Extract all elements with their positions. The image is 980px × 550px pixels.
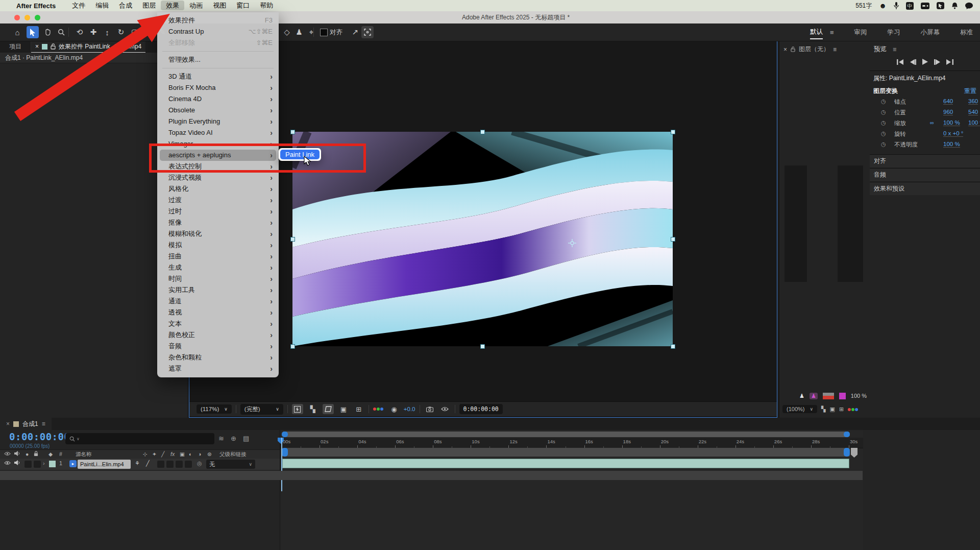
selection-handle[interactable] (290, 237, 295, 242)
tool-icon-1[interactable]: ✚ (87, 26, 100, 38)
collapsed-panel-音频[interactable]: 音频 (870, 168, 980, 181)
layer-opacity-value[interactable]: 100 % (851, 393, 867, 399)
selection-handle[interactable] (290, 344, 295, 349)
smiley-icon[interactable]: ☻ (879, 2, 887, 10)
layer-name[interactable]: PaintLi...Elin.mp4 (78, 460, 131, 469)
selection-tool-icon[interactable] (27, 26, 39, 38)
magnification-dropdown[interactable]: (117%) ∨ (197, 404, 232, 414)
navigator-end-handle[interactable] (844, 432, 850, 437)
shy-switch-icon[interactable]: ⊹ (143, 451, 148, 457)
fill-swatch-icon[interactable] (317, 26, 330, 38)
workspace-tab-标准[interactable]: 标准 (960, 26, 973, 39)
screen-share-icon[interactable] (937, 2, 944, 9)
solo-column-icon[interactable]: ● (26, 451, 29, 457)
panel-menu-icon[interactable]: ≡ (833, 46, 837, 53)
mask-visibility-icon[interactable] (323, 404, 334, 414)
menu-item-效果控件[interactable]: ✓效果控件F3 (160, 15, 276, 26)
workspace-menu-icon[interactable]: ≡ (830, 29, 834, 36)
macos-menu-动画[interactable]: 动画 (184, 1, 208, 10)
quality-switch-icon[interactable]: ╱ (161, 451, 164, 457)
menu-item-manage-effects[interactable]: 管理效果... (160, 54, 276, 65)
quality-slash-icon[interactable]: ╱ (146, 460, 150, 467)
channel-icon[interactable] (848, 406, 859, 412)
menu-category-文本[interactable]: 文本› (160, 318, 276, 329)
lock-column-icon[interactable] (34, 451, 38, 458)
lock-toggle[interactable] (34, 461, 41, 468)
stopwatch-icon[interactable]: ◷ (881, 130, 886, 137)
selection-handle[interactable] (671, 344, 675, 349)
menu-item-全部移除[interactable]: 全部移除⇧⌘E (160, 37, 276, 49)
audio-column-icon[interactable] (14, 451, 20, 457)
menu-category-抠像[interactable]: 抠像› (160, 217, 276, 228)
work-area-end-handle[interactable] (844, 448, 850, 457)
hand-tool-icon[interactable] (42, 26, 54, 38)
menu-category-过渡[interactable]: 过渡› (160, 195, 276, 206)
navigator-start-handle[interactable] (282, 432, 288, 437)
quality-toggle-icon[interactable]: ⚘ (135, 460, 140, 467)
tab-effect-controls[interactable]: × 效果控件 PaintLink_AElin.mp4 (31, 41, 145, 53)
input-zh-icon[interactable]: 中 (906, 2, 914, 10)
time-ruler[interactable]: 00s02s04s06s08s10s12s14s16s18s20s22s24s2… (280, 438, 863, 448)
frame-blend-icon[interactable]: ▤ (243, 435, 249, 442)
prev-frame-button[interactable] (910, 59, 916, 65)
solo-toggle[interactable] (24, 461, 32, 468)
motion-blur-switch-icon[interactable]: ◐ (189, 451, 192, 457)
snap-icon[interactable]: ↗ (349, 26, 361, 38)
menu-category-Boris FX Mocha[interactable]: Boris FX Mocha› (160, 82, 276, 93)
go-to-start-button[interactable] (897, 59, 904, 65)
fx-switch-icon[interactable]: fx (170, 451, 175, 457)
home-icon[interactable]: ⌂ (11, 26, 23, 38)
pickwhip-icon[interactable]: ◎ (197, 460, 202, 467)
snapshot-camera-icon[interactable] (424, 404, 435, 414)
preview-panel-title[interactable]: 预览 (874, 45, 887, 54)
collapsed-panel-效果和预设[interactable]: 效果和预设 (870, 182, 980, 195)
macos-menu-窗口[interactable]: 窗口 (231, 1, 255, 10)
bounding-box-icon[interactable] (361, 26, 374, 38)
property-value-2[interactable]: 100 % (968, 119, 980, 126)
current-timecode[interactable]: 0:00:00:00 (9, 431, 70, 442)
close-tab-icon[interactable]: × (35, 43, 39, 50)
stopwatch-icon[interactable]: ◷ (881, 98, 886, 105)
channel-icon[interactable] (373, 404, 384, 414)
fast-previews-icon[interactable] (292, 404, 303, 414)
tool-icon-right-0[interactable]: ◇ (281, 26, 293, 38)
menu-category-杂色和颗粒[interactable]: 杂色和颗粒› (160, 352, 276, 363)
source-name-column[interactable]: 源名称 (76, 451, 92, 458)
alpha-boundary-swatch[interactable] (823, 393, 834, 399)
menu-category-风格化[interactable]: 风格化› (160, 183, 276, 195)
selection-handle[interactable] (480, 130, 485, 134)
macos-menu-视图[interactable]: 视图 (208, 1, 231, 10)
label-column-icon[interactable]: ◆ (48, 451, 53, 457)
workspace-tab-小屏幕[interactable]: 小屏幕 (921, 26, 940, 39)
next-frame-button[interactable] (934, 59, 940, 65)
go-to-end-button[interactable] (946, 59, 953, 65)
region-icon[interactable]: ⊞ (839, 406, 844, 413)
shy-layers-icon[interactable]: ⊕ (231, 435, 236, 442)
tool-icon-0[interactable]: ⟲ (74, 26, 86, 38)
property-value[interactable]: 0 x +0 ° (943, 130, 963, 137)
microphone-icon[interactable] (894, 2, 899, 10)
work-area-grip[interactable] (851, 448, 857, 458)
property-value[interactable]: 100 % (943, 141, 960, 148)
wallet-icon[interactable] (921, 3, 929, 9)
workspace-tab-学习[interactable]: 学习 (888, 26, 900, 39)
magenta-swatch[interactable] (839, 393, 846, 399)
link-chain-icon[interactable]: ∞ (930, 119, 934, 126)
menu-category-颜色校正[interactable]: 颜色校正› (160, 329, 276, 341)
app-menu-title[interactable]: After Effects (16, 2, 56, 10)
guides-icon[interactable]: ▣ (338, 404, 349, 414)
layer-label-swatch[interactable] (49, 461, 56, 467)
collapse-switch-icon[interactable]: ✦ (152, 451, 157, 457)
selection-handle[interactable] (290, 130, 295, 134)
menu-category-Topaz Video AI[interactable]: Topaz Video AI› (160, 127, 276, 138)
draft-person-icon[interactable]: ♟ (799, 393, 804, 399)
layer-audio-icon[interactable] (14, 460, 20, 466)
layer-eye-icon[interactable] (4, 460, 11, 466)
menu-category-生成[interactable]: 生成› (160, 262, 276, 273)
collapsed-panel-对齐[interactable]: 对齐 (870, 154, 980, 168)
work-area-bar[interactable] (282, 448, 850, 457)
tool-icon-5[interactable]: ▭ (142, 26, 155, 38)
property-value[interactable]: 960 (943, 109, 953, 115)
show-snapshot-eye-icon[interactable] (439, 404, 451, 414)
tool-icon-2[interactable]: ↕ (101, 26, 113, 38)
